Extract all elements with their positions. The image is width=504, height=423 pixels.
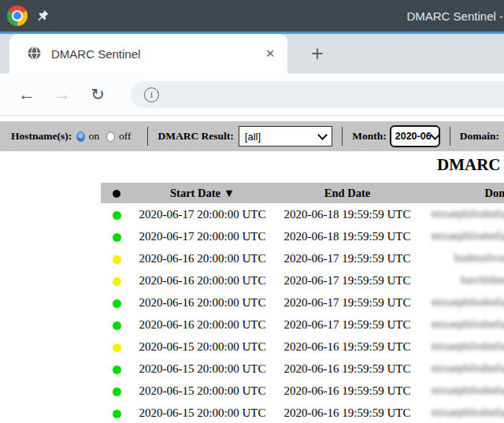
- end-date-cell: 2020-06-17 19:59:59 UTC: [272, 314, 422, 336]
- filter-divider: [450, 127, 450, 146]
- status-dot: [113, 233, 121, 242]
- status-cell: [101, 336, 132, 358]
- table-row: 2020-06-16 20:00:00 UTC 2020-06-17 19:59…: [101, 291, 504, 314]
- table-row: 2020-06-15 20:00:00 UTC 2020-06-16 19:59…: [101, 336, 504, 358]
- forward-button: →: [50, 73, 74, 116]
- status-cell: [101, 203, 132, 225]
- status-header-dot-icon: [113, 190, 120, 198]
- status-cell: [101, 402, 132, 423]
- table-header-row: Start Date ▼ End Date Domain: [101, 183, 504, 203]
- hostnames-on-radio[interactable]: [76, 132, 85, 142]
- table-row: 2020-06-17 20:00:00 UTC 2020-06-18 19:59…: [101, 225, 504, 247]
- dmarc-result-select[interactable]: [all]: [239, 126, 332, 147]
- end-date-cell: 2020-06-16 19:59:59 UTC: [272, 358, 422, 380]
- page-title: DMARC: [437, 155, 500, 175]
- start-date-cell: 2020-06-15 20:00:00 UTC: [132, 380, 272, 402]
- window-title: DMARC Sentinel -: [406, 0, 504, 32]
- status-cell: [101, 314, 132, 336]
- domain-column-header[interactable]: Domain: [422, 183, 504, 203]
- status-dot: [113, 321, 121, 330]
- domain-cell: budmselvodsnfeg.com: [422, 247, 504, 269]
- start-date-cell: 2020-06-15 20:00:00 UTC: [132, 402, 272, 423]
- status-cell: [101, 225, 132, 247]
- chrome-logo-icon: [7, 6, 28, 26]
- status-cell: [101, 358, 132, 380]
- status-dot: [113, 365, 121, 374]
- hostnames-off-radio[interactable]: [106, 132, 115, 142]
- start-date-cell: 2020-06-16 20:00:00 UTC: [132, 269, 272, 291]
- tab-strip: DMARC Sentinel × +: [0, 34, 504, 73]
- table-row: 2020-06-17 20:00:00 UTC 2020-06-18 19:59…: [101, 203, 504, 225]
- window-title-bar: DMARC Sentinel -: [0, 0, 504, 32]
- new-tab-button[interactable]: +: [306, 34, 329, 73]
- status-cell: [101, 380, 132, 402]
- domain-cell: mixaephilodsnfagmbocrhelt.com: [422, 380, 504, 402]
- browser-toolbar: ← → ↻ i: [0, 73, 504, 116]
- end-date-cell: 2020-06-16 19:59:59 UTC: [272, 380, 422, 402]
- tab-title: DMARC Sentinel: [51, 34, 140, 73]
- table-row: 2020-06-16 20:00:00 UTC 2020-06-17 19:59…: [101, 269, 504, 291]
- status-dot: [113, 343, 121, 352]
- status-column-header[interactable]: [101, 183, 132, 203]
- start-date-cell: 2020-06-15 20:00:00 UTC: [132, 336, 272, 358]
- end-date-cell: 2020-06-16 19:59:59 UTC: [272, 336, 422, 358]
- start-date-cell: 2020-06-17 20:00:00 UTC: [132, 225, 272, 247]
- start-date-column-header[interactable]: Start Date ▼: [132, 183, 272, 203]
- start-date-cell: 2020-06-16 20:00:00 UTC: [132, 247, 272, 269]
- filter-bar: Hostname(s): on off DMARC Result: [all] …: [0, 121, 504, 151]
- status-dot: [113, 410, 121, 418]
- tab-close-icon[interactable]: ×: [261, 34, 280, 73]
- domain-cell: mixaephilodsnfagmbocrhelt.com: [422, 402, 504, 423]
- table-row: 2020-06-16 20:00:00 UTC 2020-06-17 19:59…: [101, 247, 504, 269]
- domain-cell: barchldmnesvt.com: [422, 269, 504, 291]
- end-date-column-header[interactable]: End Date: [272, 183, 422, 203]
- status-dot: [113, 211, 121, 220]
- back-button[interactable]: ←: [15, 73, 39, 116]
- start-date-cell: 2020-06-17 20:00:00 UTC: [132, 203, 272, 225]
- end-date-cell: 2020-06-18 19:59:59 UTC: [272, 203, 422, 225]
- dmarc-result-value: [all]: [245, 131, 261, 143]
- domain-cell: mixaephilodsnfagmbocrhelt.com: [422, 314, 504, 336]
- end-date-cell: 2020-06-18 19:59:59 UTC: [272, 225, 422, 247]
- domain-cell: mixaephilodsnfagmbocrhelt.com: [422, 225, 504, 247]
- table-row: 2020-06-15 20:00:00 UTC 2020-06-16 19:59…: [101, 402, 504, 423]
- reload-button[interactable]: ↻: [86, 73, 109, 116]
- page-info-icon[interactable]: i: [144, 87, 159, 102]
- status-dot: [113, 277, 121, 286]
- tab-dmarc-sentinel[interactable]: DMARC Sentinel ×: [9, 34, 287, 73]
- month-label: Month:: [352, 130, 387, 143]
- domain-cell: mixaephilodsnfagmbocrhelt.com: [422, 336, 504, 358]
- start-date-cell: 2020-06-16 20:00:00 UTC: [132, 314, 272, 336]
- table-row: 2020-06-15 20:00:00 UTC 2020-06-16 19:59…: [101, 358, 504, 380]
- table-row: 2020-06-16 20:00:00 UTC 2020-06-17 19:59…: [101, 314, 504, 336]
- domain-label: Domain:: [460, 130, 499, 143]
- end-date-cell: 2020-06-17 19:59:59 UTC: [272, 247, 422, 269]
- month-value: 2020-06: [395, 131, 432, 142]
- domain-cell: mixaephilodsnfagmbocrhelt.com: [422, 358, 504, 380]
- end-date-cell: 2020-06-17 19:59:59 UTC: [272, 291, 422, 314]
- hostnames-label: Hostname(s):: [11, 130, 72, 143]
- filter-divider: [147, 127, 148, 146]
- status-dot: [113, 299, 121, 308]
- filter-divider: [342, 127, 343, 146]
- chevron-down-icon: [317, 130, 328, 140]
- domain-cell: mixaephilodsnfagmbocrhelt.com: [422, 291, 504, 314]
- page-content: DMARC Start Date ▼ End Date Domain 2020-…: [0, 151, 504, 423]
- dmarc-report-table: Start Date ▼ End Date Domain 2020-06-17 …: [101, 183, 504, 423]
- globe-favicon-icon: [27, 46, 42, 61]
- table-row: 2020-06-15 20:00:00 UTC 2020-06-16 19:59…: [101, 380, 504, 402]
- end-date-cell: 2020-06-16 19:59:59 UTC: [272, 402, 422, 423]
- start-date-cell: 2020-06-15 20:00:00 UTC: [132, 358, 272, 380]
- status-cell: [101, 291, 132, 314]
- hostnames-off-label[interactable]: off: [119, 130, 132, 143]
- status-cell: [101, 269, 132, 291]
- status-dot: [113, 388, 121, 396]
- domain-cell: mixaephilodsnfagmbocrhelt.com: [422, 203, 504, 225]
- month-select[interactable]: 2020-06: [390, 125, 440, 147]
- end-date-cell: 2020-06-17 19:59:59 UTC: [272, 269, 422, 291]
- status-cell: [101, 247, 132, 269]
- pushpin-icon: [36, 9, 50, 25]
- address-bar[interactable]: i: [131, 81, 504, 108]
- start-date-cell: 2020-06-16 20:00:00 UTC: [132, 291, 272, 314]
- hostnames-on-label[interactable]: on: [89, 130, 100, 143]
